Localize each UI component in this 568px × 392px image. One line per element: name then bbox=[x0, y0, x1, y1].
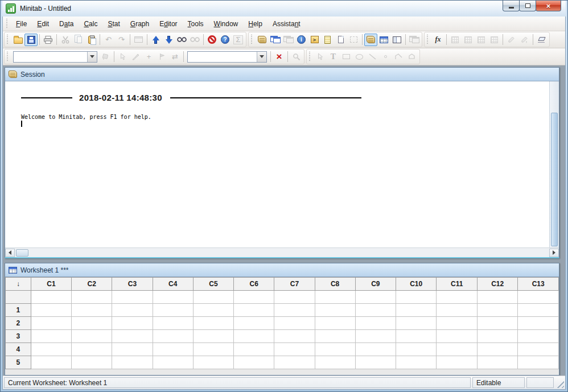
worksheet-cell[interactable] bbox=[193, 356, 233, 369]
row-header[interactable]: 4 bbox=[6, 343, 31, 356]
row-header[interactable]: 5 bbox=[6, 356, 31, 369]
worksheet-cell[interactable] bbox=[437, 330, 477, 343]
show-related-documents-button[interactable] bbox=[334, 34, 347, 46]
toolbar-grip[interactable] bbox=[7, 35, 9, 45]
project-manager-button[interactable] bbox=[390, 34, 404, 46]
worksheet-cell[interactable] bbox=[72, 356, 112, 369]
find-button[interactable] bbox=[175, 34, 188, 46]
remove-item-button[interactable]: × bbox=[273, 51, 286, 63]
column-description-button[interactable] bbox=[505, 34, 518, 46]
flag-tool-button[interactable] bbox=[155, 51, 168, 63]
cut-button[interactable] bbox=[59, 34, 72, 46]
worksheet-cell[interactable] bbox=[112, 330, 153, 343]
scrollbar-thumb[interactable] bbox=[551, 113, 558, 246]
worksheet-cell[interactable] bbox=[72, 343, 112, 356]
rectangle-tool-button[interactable] bbox=[340, 51, 353, 63]
worksheet-cell[interactable] bbox=[153, 317, 193, 330]
column-header[interactable]: C5 bbox=[193, 278, 233, 291]
graph-item-combo-value[interactable] bbox=[14, 52, 87, 62]
previous-command-button[interactable] bbox=[149, 34, 162, 46]
column-name-cell[interactable] bbox=[518, 291, 559, 304]
copy-button[interactable] bbox=[72, 34, 85, 46]
menu-calc[interactable]: Calc bbox=[79, 18, 102, 30]
column-header[interactable]: C1 bbox=[31, 278, 71, 291]
command-combo[interactable] bbox=[187, 51, 267, 63]
menu-tools[interactable]: Tools bbox=[183, 18, 209, 30]
marker-tool-button[interactable] bbox=[379, 51, 392, 63]
statguide-button[interactable]: Σ bbox=[232, 34, 245, 46]
toolbar-grip[interactable] bbox=[309, 52, 311, 62]
menu-file[interactable]: File bbox=[11, 18, 32, 30]
worksheet-cell[interactable] bbox=[355, 304, 396, 317]
worksheet-cell[interactable] bbox=[193, 343, 233, 356]
column-header[interactable]: C6 bbox=[234, 278, 274, 291]
column-name-cell[interactable] bbox=[153, 291, 193, 304]
worksheet-cell[interactable] bbox=[234, 330, 274, 343]
maximize-button[interactable] bbox=[519, 1, 536, 11]
session-title-bar[interactable]: Session bbox=[5, 68, 559, 81]
worksheet-cell[interactable] bbox=[234, 343, 274, 356]
cancel-button[interactable] bbox=[205, 34, 219, 46]
worksheet-cell[interactable] bbox=[315, 304, 355, 317]
row-header[interactable]: 2 bbox=[6, 317, 31, 330]
worksheet-cell[interactable] bbox=[437, 343, 477, 356]
menu-edit[interactable]: Edit bbox=[32, 18, 54, 30]
column-header[interactable]: C13 bbox=[518, 278, 559, 291]
worksheet-cell[interactable] bbox=[518, 304, 559, 317]
worksheet-cell[interactable] bbox=[518, 356, 559, 369]
redo-button[interactable]: ↷ bbox=[115, 34, 128, 46]
text-tool-button[interactable]: T bbox=[327, 51, 340, 63]
worksheet-cell[interactable] bbox=[112, 343, 153, 356]
crosshairs-tool-button[interactable]: + bbox=[142, 51, 155, 63]
insert-rows-button[interactable] bbox=[462, 34, 475, 46]
resize-grip[interactable] bbox=[555, 379, 564, 388]
worksheet-cell[interactable] bbox=[153, 304, 193, 317]
annotation-select-button[interactable] bbox=[314, 51, 327, 63]
find-next-button[interactable] bbox=[188, 34, 201, 46]
toolbar-grip[interactable] bbox=[251, 35, 253, 45]
menu-data[interactable]: Data bbox=[54, 18, 79, 30]
undo-button[interactable]: ↶ bbox=[102, 34, 115, 46]
worksheet-cell[interactable] bbox=[274, 317, 315, 330]
worksheet-cell[interactable] bbox=[396, 304, 436, 317]
edit-last-dialog-button[interactable] bbox=[132, 34, 145, 46]
worksheet-cell[interactable] bbox=[355, 330, 396, 343]
toolbar-grip[interactable] bbox=[7, 52, 9, 62]
worksheet-cell[interactable] bbox=[315, 356, 355, 369]
worksheet-cell[interactable] bbox=[234, 317, 274, 330]
worksheet-cell[interactable] bbox=[437, 304, 477, 317]
worksheet-cell[interactable] bbox=[31, 317, 71, 330]
worksheet-cell[interactable] bbox=[31, 304, 71, 317]
show-graphs-folder-button[interactable] bbox=[282, 34, 295, 46]
ellipse-tool-button[interactable] bbox=[353, 51, 366, 63]
worksheet-cell[interactable] bbox=[315, 317, 355, 330]
worksheet-cell[interactable] bbox=[274, 356, 315, 369]
show-history-button[interactable]: > bbox=[308, 34, 321, 46]
close-all-graphs-button[interactable] bbox=[408, 34, 421, 46]
worksheet-cell[interactable] bbox=[112, 356, 153, 369]
menu-window[interactable]: Window bbox=[209, 18, 244, 30]
worksheet-cell[interactable] bbox=[477, 304, 517, 317]
menubar-grip[interactable] bbox=[6, 19, 9, 29]
worksheet-cell[interactable] bbox=[274, 330, 315, 343]
column-name-cell[interactable] bbox=[477, 291, 517, 304]
worksheet-cell[interactable] bbox=[355, 356, 396, 369]
show-design-button[interactable] bbox=[347, 34, 360, 46]
worksheet-cell[interactable] bbox=[477, 317, 517, 330]
polygon-tool-button[interactable] bbox=[405, 51, 418, 63]
column-name-cell[interactable] bbox=[31, 291, 71, 304]
worksheet-cell[interactable] bbox=[153, 356, 193, 369]
show-info-button[interactable]: i bbox=[295, 34, 308, 46]
menu-graph[interactable]: Graph bbox=[125, 18, 154, 30]
worksheet-cell[interactable] bbox=[274, 304, 315, 317]
column-name-cell[interactable] bbox=[315, 291, 355, 304]
show-reportpad-button[interactable] bbox=[321, 34, 334, 46]
move-columns-button[interactable] bbox=[488, 34, 501, 46]
worksheet-cell[interactable] bbox=[518, 317, 559, 330]
menu-stat[interactable]: Stat bbox=[102, 18, 125, 30]
clear-button[interactable] bbox=[535, 34, 548, 46]
worksheet-cell[interactable] bbox=[31, 343, 71, 356]
select-tool-button[interactable] bbox=[116, 51, 129, 63]
session-content[interactable]: 2018-02-11 14:48:30 Welcome to Minitab, … bbox=[5, 81, 559, 247]
title-bar[interactable]: Minitab - Untitled × bbox=[2, 1, 566, 16]
